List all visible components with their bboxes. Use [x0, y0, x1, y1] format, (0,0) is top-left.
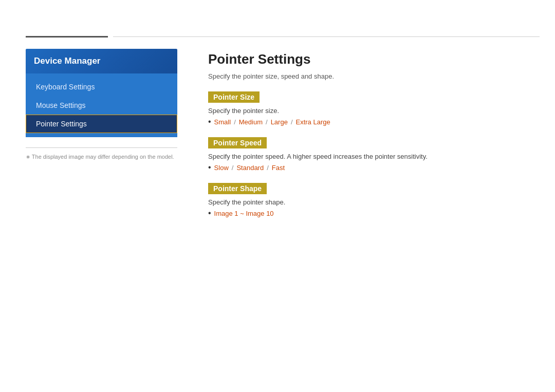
- list-item-pointer-speed: • Slow / Standard / Fast: [208, 163, 540, 172]
- sidebar: Device Manager Keyboard Settings Mouse S…: [26, 49, 177, 377]
- sidebar-item-mouse[interactable]: Mouse Settings: [26, 96, 177, 115]
- section-desc-pointer-shape: Specify the pointer shape.: [208, 198, 540, 206]
- sidebar-footer: ∗ The displayed image may differ dependi…: [26, 147, 177, 161]
- top-line-dark: [26, 36, 108, 38]
- sep1: /: [234, 118, 236, 126]
- pointer-speed-standard: Standard: [236, 164, 264, 172]
- section-pointer-speed: Pointer Speed Specify the pointer speed.…: [208, 137, 540, 172]
- sidebar-item-pointer[interactable]: Pointer Settings: [26, 115, 177, 133]
- bullet-icon: •: [208, 118, 211, 126]
- sep5: /: [267, 164, 269, 172]
- bullet-icon-speed: •: [208, 163, 211, 172]
- section-heading-pointer-speed: Pointer Speed: [208, 137, 267, 148]
- section-heading-pointer-shape: Pointer Shape: [208, 183, 267, 194]
- pointer-size-extralarge: Extra Large: [296, 118, 330, 126]
- pointer-speed-fast: Fast: [272, 164, 285, 172]
- section-desc-pointer-size: Specify the pointer size.: [208, 107, 540, 115]
- pointer-speed-slow: Slow: [214, 164, 229, 172]
- main-layout: Device Manager Keyboard Settings Mouse S…: [26, 49, 540, 377]
- sidebar-note: ∗ The displayed image may differ dependi…: [26, 153, 177, 161]
- list-item-pointer-shape: • Image 1 ~ Image 10: [208, 209, 540, 217]
- top-line-light: [113, 36, 540, 37]
- bullet-icon-shape: •: [208, 209, 211, 217]
- section-pointer-shape: Pointer Shape Specify the pointer shape.…: [208, 183, 540, 217]
- sidebar-item-keyboard[interactable]: Keyboard Settings: [26, 78, 177, 96]
- page-title: Pointer Settings: [208, 51, 540, 67]
- sep2: /: [266, 118, 268, 126]
- pointer-size-medium: Medium: [239, 118, 263, 126]
- sidebar-title: Device Manager: [26, 49, 177, 73]
- page-description: Specify the pointer size, speed and shap…: [208, 72, 540, 80]
- list-item-pointer-size: • Small / Medium / Large / Extra Large: [208, 118, 540, 126]
- sidebar-menu: Keyboard Settings Mouse Settings Pointer…: [26, 73, 177, 137]
- top-decorative-lines: [26, 36, 540, 38]
- pointer-size-options: Small: [214, 118, 231, 126]
- section-heading-pointer-size: Pointer Size: [208, 91, 260, 103]
- main-content: Pointer Settings Specify the pointer siz…: [177, 49, 540, 377]
- section-list-pointer-shape: • Image 1 ~ Image 10: [208, 209, 540, 217]
- section-list-pointer-size: • Small / Medium / Large / Extra Large: [208, 118, 540, 126]
- pointer-shape-options: Image 1 ~ Image 10: [214, 210, 274, 217]
- section-pointer-size: Pointer Size Specify the pointer size. •…: [208, 91, 540, 126]
- sep4: /: [232, 164, 234, 172]
- section-list-pointer-speed: • Slow / Standard / Fast: [208, 163, 540, 172]
- pointer-size-large: Large: [271, 118, 288, 126]
- section-desc-pointer-speed: Specify the pointer speed. A higher spee…: [208, 153, 540, 160]
- sep3: /: [291, 118, 293, 126]
